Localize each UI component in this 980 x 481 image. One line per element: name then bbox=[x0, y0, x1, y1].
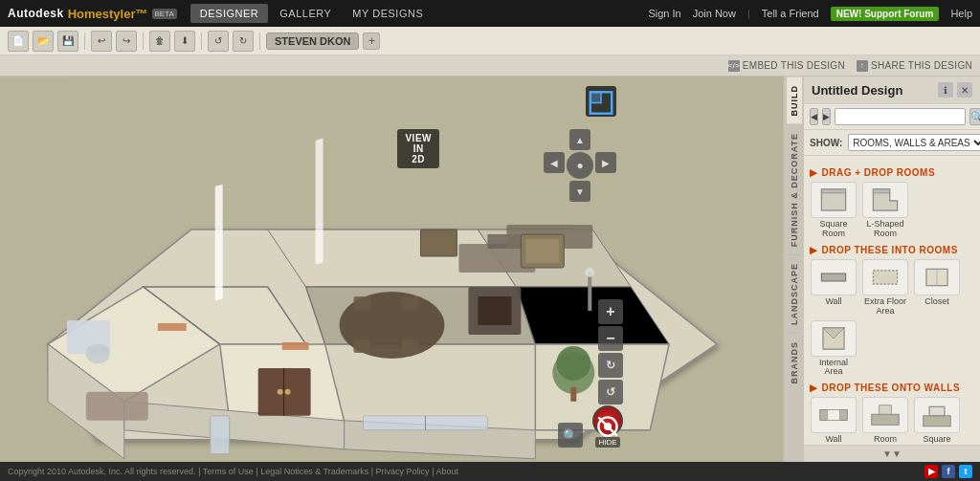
room-expansion-item[interactable]: RoomExpansion bbox=[861, 397, 909, 445]
user-tab[interactable]: STEVEN DKON bbox=[266, 33, 359, 50]
tab-gallery[interactable]: GALLERY bbox=[270, 4, 341, 23]
toolbar-new[interactable]: 📄 bbox=[8, 31, 29, 52]
search-prev-button[interactable]: ◀ bbox=[810, 108, 818, 125]
svg-rect-56 bbox=[873, 271, 897, 284]
svg-rect-20 bbox=[402, 296, 419, 310]
canvas-area[interactable]: VIEW IN 2D ▲ ◀ ● ▶ ▼ + − ↻ ↺ bbox=[0, 77, 803, 462]
show-select[interactable]: ROOMS, WALLS & AREAS bbox=[848, 134, 980, 151]
toolbar-undo[interactable]: ↩ bbox=[91, 31, 112, 52]
embed-design-button[interactable]: </> EMBED THIS DESIGN bbox=[728, 60, 845, 72]
svg-rect-64 bbox=[880, 405, 892, 414]
nav-down-button[interactable]: ▼ bbox=[569, 181, 590, 202]
vtab-brands[interactable]: BRANDS bbox=[787, 333, 802, 392]
share-icon: ↑ bbox=[857, 60, 868, 72]
footer-legal[interactable]: Legal Notices & Trademarks bbox=[260, 467, 368, 476]
add-tab-button[interactable]: + bbox=[363, 33, 380, 50]
help-link[interactable]: Help bbox=[950, 8, 972, 19]
nav-right-button[interactable]: ▶ bbox=[595, 152, 616, 173]
eye-slash-icon bbox=[592, 405, 623, 448]
rotate-cw-button[interactable]: ↻ bbox=[598, 353, 623, 378]
toolbar-download[interactable]: ⬇ bbox=[174, 31, 195, 52]
tab-designer[interactable]: DESIGNER bbox=[190, 4, 268, 23]
vtab-furnish[interactable]: FURNISH & DECORATE bbox=[787, 124, 802, 254]
toolbar-rotate-left[interactable]: ↺ bbox=[208, 31, 229, 52]
toolbar-save[interactable]: 💾 bbox=[57, 31, 78, 52]
lshaped-room-thumb bbox=[862, 182, 908, 218]
footer-terms[interactable]: Terms of Use bbox=[203, 467, 254, 476]
toolbar-rotate-right[interactable]: ↻ bbox=[233, 31, 254, 52]
lshaped-room-svg bbox=[866, 186, 904, 214]
search-input[interactable] bbox=[835, 108, 966, 125]
view-2d-button[interactable]: VIEW IN 2D bbox=[397, 129, 439, 168]
square-addon-item[interactable]: SquareAdd-On bbox=[913, 397, 961, 445]
twitter-icon[interactable]: t bbox=[959, 465, 972, 478]
nav-left-button[interactable]: ◀ bbox=[544, 152, 565, 173]
toolbar-separator-4 bbox=[259, 33, 260, 50]
youtube-icon[interactable]: ▶ bbox=[924, 465, 938, 478]
onto-walls-grid: WallOpening RoomExpansion bbox=[810, 397, 974, 445]
section-arrow-2: ▶ bbox=[810, 245, 818, 255]
toolbar: 📄 📂 💾 ↩ ↪ 🗑 ⬇ ↺ ↻ STEVEN DKON + bbox=[0, 27, 980, 55]
closet-thumb bbox=[914, 259, 960, 295]
footer-about[interactable]: About bbox=[435, 467, 458, 476]
svg-rect-65 bbox=[924, 416, 950, 426]
internal-svg bbox=[814, 324, 853, 353]
square-room-item[interactable]: SquareRoom bbox=[810, 182, 858, 239]
zoom-in-button[interactable]: + bbox=[598, 299, 623, 324]
toolbar-delete[interactable]: 🗑 bbox=[149, 31, 170, 52]
internal-area-item[interactable]: InternalArea bbox=[810, 320, 858, 378]
rotate-ccw-button[interactable]: ↺ bbox=[598, 380, 623, 404]
wall-opening-item[interactable]: WallOpening bbox=[810, 397, 858, 445]
wall-thumb bbox=[811, 259, 857, 295]
vtab-landscape[interactable]: LANDSCAPE bbox=[787, 254, 802, 333]
square-addon-thumb bbox=[914, 397, 960, 433]
extra-floor-item[interactable]: Extra FloorArea bbox=[861, 259, 909, 317]
toolbar-open[interactable]: 📂 bbox=[33, 31, 54, 52]
hide-icon bbox=[592, 405, 623, 436]
footer-privacy[interactable]: Privacy Policy bbox=[376, 467, 430, 476]
new-support-badge[interactable]: NEW! Support Forum bbox=[831, 7, 940, 21]
sign-in-link[interactable]: Sign In bbox=[648, 8, 680, 19]
svg-rect-31 bbox=[525, 239, 559, 263]
facebook-icon[interactable]: f bbox=[942, 465, 955, 478]
nav-tabs: DESIGNER GALLERY MY DESIGNS bbox=[190, 4, 433, 23]
svg-rect-52 bbox=[821, 189, 845, 193]
svg-rect-19 bbox=[354, 296, 371, 310]
share-design-button[interactable]: ↑ SHARE THIS DESIGN bbox=[857, 60, 972, 72]
embed-label: EMBED THIS DESIGN bbox=[743, 60, 845, 71]
svg-rect-62 bbox=[828, 410, 840, 421]
svg-rect-66 bbox=[929, 407, 945, 416]
wall-label: Wall bbox=[825, 297, 841, 307]
nav-center-button[interactable]: ● bbox=[567, 152, 593, 179]
footer: Copyright 2010 Autodesk, Inc. All rights… bbox=[0, 462, 980, 481]
svg-point-33 bbox=[556, 346, 590, 381]
homestyler-logo: Homestyler™ bbox=[68, 7, 148, 21]
toolbar-separator-2 bbox=[143, 33, 144, 50]
main-area: VIEW IN 2D ▲ ◀ ● ▶ ▼ + − ↻ ↺ bbox=[0, 77, 980, 462]
vtab-build[interactable]: BUILD bbox=[787, 77, 802, 124]
lshaped-room-label: L-ShapedRoom bbox=[866, 220, 903, 239]
info-button[interactable]: ℹ bbox=[938, 82, 953, 98]
design-title: Untitled Design bbox=[812, 83, 902, 98]
join-now-link[interactable]: Join Now bbox=[693, 8, 736, 19]
canvas-search-button[interactable]: 🔍 bbox=[558, 423, 583, 448]
section-onto-walls-header: ▶ DROP THESE ONTO WALLS bbox=[810, 383, 974, 393]
panel-expand-button[interactable]: ▼▼ bbox=[804, 445, 980, 462]
toolbar-redo[interactable]: ↪ bbox=[116, 31, 137, 52]
close-button[interactable]: ✕ bbox=[957, 82, 972, 98]
lshaped-room-item[interactable]: L-ShapedRoom bbox=[861, 182, 909, 239]
tell-friend-link[interactable]: Tell a Friend bbox=[762, 8, 819, 19]
search-go-button[interactable]: 🔍 bbox=[969, 108, 980, 125]
section-into-rooms-label: DROP THESE INTO ROOMS bbox=[822, 245, 958, 255]
wall-opening-label: WallOpening bbox=[817, 435, 850, 445]
closet-item[interactable]: Closet bbox=[913, 259, 961, 317]
internal-area-thumb bbox=[811, 320, 857, 357]
hide-button[interactable]: HIDE bbox=[592, 405, 623, 448]
wall-item[interactable]: Wall bbox=[810, 259, 858, 317]
svg-point-37 bbox=[278, 389, 283, 395]
nav-up-button[interactable]: ▲ bbox=[569, 129, 590, 150]
svg-rect-15 bbox=[316, 139, 323, 265]
zoom-out-button[interactable]: − bbox=[598, 326, 623, 351]
search-next-button[interactable]: ▶ bbox=[822, 108, 831, 125]
tab-my-designs[interactable]: MY DESIGNS bbox=[343, 4, 433, 23]
